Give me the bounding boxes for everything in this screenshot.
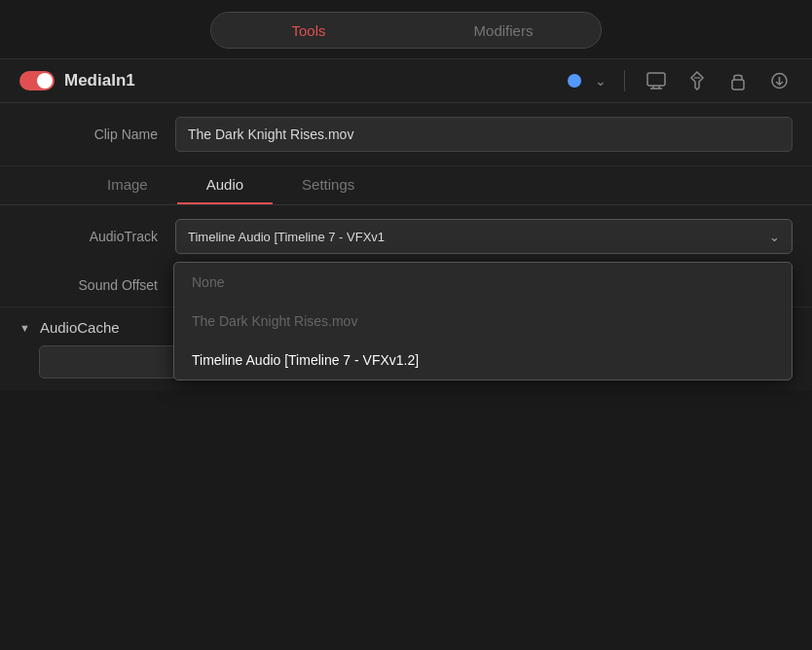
sound-offset-label: Sound Offset (19, 277, 175, 293)
clip-name-input[interactable] (175, 117, 793, 152)
dropdown-option-none[interactable]: None (174, 263, 792, 302)
chevron-down-icon[interactable]: ⌄ (595, 73, 607, 89)
pin-icon[interactable] (683, 67, 711, 94)
separator (624, 70, 625, 91)
dropdown-option-file[interactable]: The Dark Knight Rises.mov (174, 302, 792, 341)
tab-audio[interactable]: Audio (177, 166, 273, 204)
dropdown-option-timeline[interactable]: Timeline Audio [Timeline 7 - VFXv1.2] (174, 341, 792, 379)
toggle-dot (37, 73, 53, 89)
tab-image[interactable]: Image (78, 166, 177, 204)
svg-rect-0 (647, 73, 665, 86)
node-name: MediaIn1 (64, 71, 558, 90)
header-row: MediaIn1 ⌄ (0, 58, 812, 103)
audio-track-value: Timeline Audio [Timeline 7 - VFXv1 (188, 230, 385, 244)
content-area: AudioTrack Timeline Audio [Timeline 7 - … (0, 205, 812, 390)
dropdown-arrow-icon: ⌄ (769, 230, 780, 244)
audio-track-dropdown-menu: None The Dark Knight Rises.mov Timeline … (173, 262, 793, 380)
clip-name-label: Clip Name (19, 126, 175, 142)
import-icon[interactable] (765, 67, 793, 94)
sub-tabs: Image Audio Settings (0, 166, 812, 205)
clip-name-row: Clip Name (0, 103, 812, 166)
audio-track-label: AudioTrack (19, 229, 175, 244)
audio-track-row: AudioTrack Timeline Audio [Timeline 7 - … (0, 205, 812, 268)
svg-rect-5 (732, 80, 744, 90)
node-toggle[interactable] (19, 71, 55, 90)
lock-icon[interactable] (724, 67, 752, 94)
tab-tools[interactable]: Tools (211, 13, 406, 48)
audio-cache-label: AudioCache (40, 319, 120, 336)
screen-icon[interactable] (643, 67, 670, 94)
header-icons: ⌄ (568, 67, 793, 94)
audio-track-dropdown[interactable]: Timeline Audio [Timeline 7 - VFXv1 ⌄ (175, 219, 793, 254)
tab-modifiers[interactable]: Modifiers (406, 13, 601, 48)
collapse-icon: ▼ (19, 322, 30, 334)
color-indicator[interactable] (568, 74, 581, 88)
tab-settings[interactable]: Settings (273, 166, 384, 204)
